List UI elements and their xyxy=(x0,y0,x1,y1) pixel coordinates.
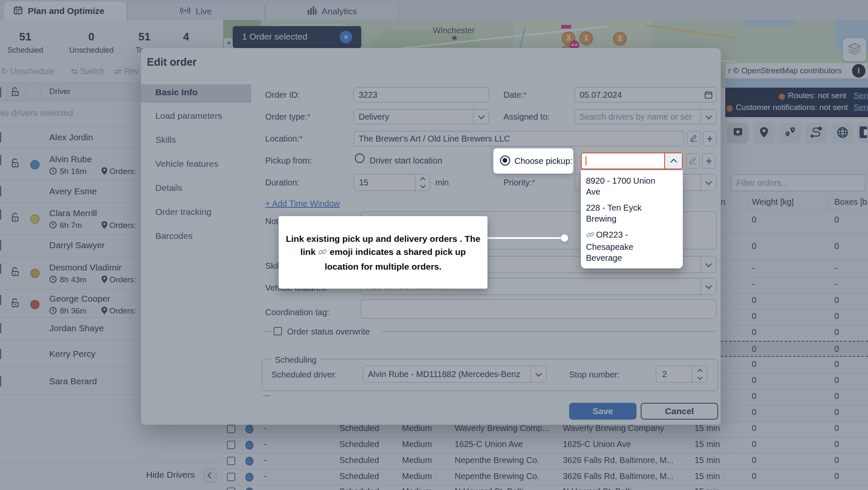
radio-choose-pickup[interactable] xyxy=(500,155,510,166)
tooltip-text: Link existing pick up and delivery order… xyxy=(286,234,462,244)
option-label: 8920 - 1700 Union Ave xyxy=(586,176,655,196)
app-root: Plan and Optimize Live Analytics 51 Sche… xyxy=(0,0,868,490)
pickup-option[interactable]: 228 - Ten Eyck Brewing xyxy=(581,200,683,227)
tooltip-connector-dot xyxy=(561,234,568,242)
pickup-option[interactable]: OR223 - Chesapeake Beverage xyxy=(581,227,683,266)
text-cursor xyxy=(586,156,586,166)
option-label: 228 - Ten Eyck Brewing xyxy=(586,203,642,223)
link-icon xyxy=(318,247,327,260)
radio-choose-pickup-label[interactable]: Choose pickup: xyxy=(514,156,572,166)
tour-tooltip: Link existing pick up and delivery order… xyxy=(279,216,487,289)
pickup-dropdown: 8920 - 1700 Union Ave 228 - Ten Eyck Bre… xyxy=(581,170,683,268)
chevron-up-icon[interactable] xyxy=(664,153,682,169)
choose-pickup-spotlight: Choose pickup: xyxy=(493,148,573,174)
pickup-option[interactable]: 8920 - 1700 Union Ave xyxy=(581,173,683,200)
link-icon xyxy=(586,230,594,241)
pickup-search-combobox[interactable] xyxy=(581,153,683,169)
tooltip-connector-line xyxy=(487,237,564,239)
tooltip-text: emoji indicates a shared pick up locatio… xyxy=(325,247,466,271)
